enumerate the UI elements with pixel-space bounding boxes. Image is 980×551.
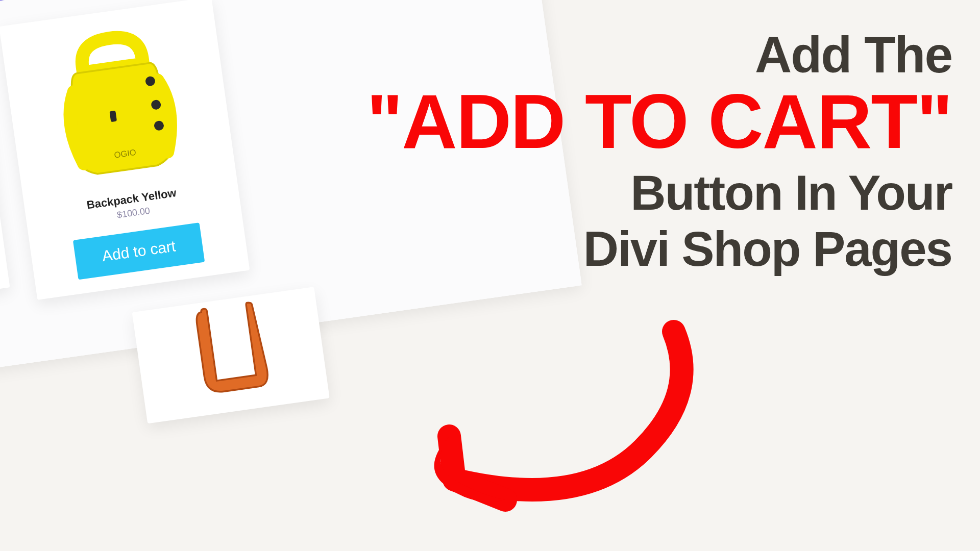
backpack-icon: OGIO bbox=[41, 17, 194, 191]
pointer-arrow-icon bbox=[388, 311, 715, 528]
product-card-backpack[interactable]: OGIO Backpack Yellow $100.00 Add to cart bbox=[0, 0, 250, 300]
headline-line-3: Button In Your bbox=[366, 167, 952, 219]
headline: Add The "ADD TO CART" Button In Your Div… bbox=[366, 28, 952, 275]
headline-line-2: "ADD TO CART" bbox=[366, 82, 952, 162]
chair-icon bbox=[183, 297, 279, 413]
headline-line-4: Divi Shop Pages bbox=[366, 223, 952, 275]
product-image: OGIO bbox=[15, 13, 222, 195]
add-to-cart-button[interactable]: Add to cart bbox=[73, 222, 205, 280]
headline-line-1: Add The bbox=[366, 28, 952, 82]
